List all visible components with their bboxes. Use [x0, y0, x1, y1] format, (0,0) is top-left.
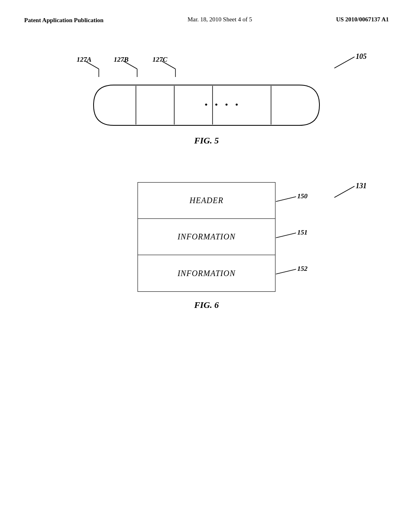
- table-row-info-152: INFORMATION 152: [138, 255, 275, 291]
- svg-line-16: [334, 186, 355, 197]
- capsule-diagram: • • • •: [24, 81, 389, 129]
- svg-line-21: [276, 269, 296, 274]
- svg-text:151: 151: [297, 229, 308, 236]
- header-publication: Patent Application Publication: [24, 16, 104, 25]
- fig6-table: HEADER 150 INFORMATION 151: [138, 182, 275, 292]
- table-row-info-151: INFORMATION 151: [138, 219, 275, 255]
- ref-131-container: 131: [332, 182, 369, 204]
- ref-131-arrow: 131: [332, 182, 369, 202]
- fig6-label: FIG. 6: [24, 300, 389, 310]
- header-date-sheet: Mar. 18, 2010 Sheet 4 of 5: [188, 16, 252, 23]
- header-patent-number: US 2010/0067137 A1: [336, 16, 389, 23]
- segment-labels-svg: 127A 127B 127C: [77, 57, 278, 81]
- svg-line-17: [276, 197, 296, 202]
- table-row-header: HEADER 150: [138, 183, 275, 219]
- patent-page: Patent Application Publication Mar. 18, …: [0, 0, 413, 532]
- svg-text:127A: 127A: [77, 57, 92, 63]
- svg-line-19: [276, 233, 296, 238]
- svg-text:•  •  •  •: • • • •: [204, 100, 240, 110]
- ref-151-arrow: 151: [274, 229, 312, 245]
- ref-131-text: 131: [356, 182, 367, 190]
- svg-text:127C: 127C: [152, 57, 168, 63]
- fig6-table-wrapper: HEADER 150 INFORMATION 151: [138, 182, 275, 292]
- info-151-cell-text: INFORMATION: [177, 232, 236, 241]
- fig5-section: 105 127A 127B 127C: [24, 49, 389, 146]
- page-header: Patent Application Publication Mar. 18, …: [24, 16, 389, 25]
- info-152-cell-text: INFORMATION: [177, 269, 236, 278]
- svg-text:150: 150: [297, 193, 308, 200]
- fig5-label: FIG. 5: [24, 135, 389, 146]
- svg-text:127B: 127B: [114, 57, 129, 63]
- segment-label-row: 127A 127B 127C: [77, 57, 389, 81]
- ref-152-arrow: 152: [274, 265, 312, 281]
- ref-150-arrow: 150: [274, 193, 312, 209]
- header-cell-text: HEADER: [190, 196, 223, 205]
- fig6-section: 131 HEADER 150: [24, 182, 389, 310]
- svg-text:152: 152: [297, 265, 308, 272]
- capsule-svg: • • • •: [73, 81, 340, 129]
